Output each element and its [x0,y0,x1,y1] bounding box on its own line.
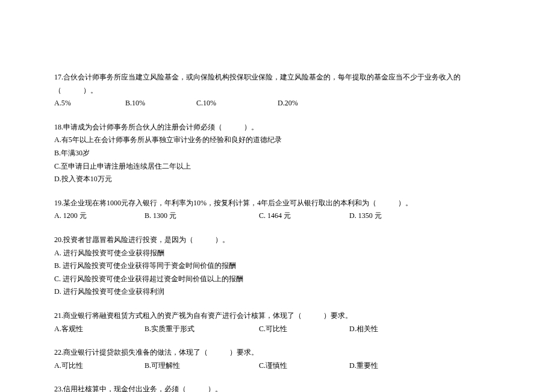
question-20: 20.投资者甘愿冒着风险进行投资，是因为（ ）。 A. 进行风险投资可使企业获得… [54,234,500,299]
option-21-b: B.实质重于形式 [145,323,259,336]
option-17-a: A.5% [54,97,125,110]
question-19-options: A. 1200 元 B. 1300 元 C. 1464 元 D. 1350 元 [54,210,500,223]
option-21-d: D.相关性 [349,323,378,336]
option-19-c: C. 1464 元 [259,210,349,223]
option-20-a: A. 进行风险投资可使企业获得报酬 [54,247,500,260]
option-18-a: A.有5年以上在会计师事务所从事独立审计业务的经验和良好的道德纪录 [54,134,500,147]
option-22-c: C.谨慎性 [259,359,349,373]
question-18-text: 18.申请成为会计师事务所合伙人的注册会计师必须（ ）。 [54,121,500,134]
question-21: 21.商业银行将融资租赁方式租入的资产视为自有资产进行会计核算，体现了（ ）要求… [54,310,500,335]
question-19-text: 19.某企业现在将1000元存入银行，年利率为10%，按复利计算，4年后企业可从… [54,197,500,210]
option-17-b: B.10% [125,97,196,110]
option-22-d: D.重要性 [349,359,378,373]
question-22-options: A.可比性 B.可理解性 C.谨慎性 D.重要性 [54,359,500,373]
question-20-text: 20.投资者甘愿冒着风险进行投资，是因为（ ）。 [54,234,500,247]
option-18-c: C.至申请日止申请注册地连续居住二年以上 [54,160,500,173]
option-19-a: A. 1200 元 [54,210,145,223]
option-20-d: D. 进行风险投资可使企业获得利润 [54,285,500,299]
option-21-a: A.客观性 [54,323,145,336]
option-17-d: D.20% [278,97,298,110]
option-22-a: A.可比性 [54,359,145,373]
question-23: 23.信用社核算中，现金付出业务，必须（ ）。 [54,383,500,392]
option-22-b: B.可理解性 [145,359,259,373]
question-18: 18.申请成为会计师事务所合伙人的注册会计师必须（ ）。 A.有5年以上在会计师… [54,121,500,186]
option-18-b: B.年满30岁 [54,147,500,160]
question-23-text: 23.信用社核算中，现金付出业务，必须（ ）。 [54,383,500,392]
option-20-c: C. 进行风险投资可使企业获得超过资金时间价值以上的报酬 [54,273,500,286]
question-17-text: 17.合伙会计师事务所应当建立风险基金，或向保险机构投保职业保险，建立风险基金的… [54,71,500,97]
option-19-b: B. 1300 元 [145,210,259,223]
option-17-c: C.10% [196,97,278,110]
option-20-b: B. 进行风险投资可使企业获得等同于资金时间价值的报酬 [54,260,500,273]
question-22-text: 22.商业银行计提贷款损失准备的做法，体现了（ ）要求。 [54,346,500,359]
question-22: 22.商业银行计提贷款损失准备的做法，体现了（ ）要求。 A.可比性 B.可理解… [54,346,500,372]
question-17-options: A.5% B.10% C.10% D.20% [54,97,500,110]
option-21-c: C.可比性 [259,323,349,336]
question-21-options: A.客观性 B.实质重于形式 C.可比性 D.相关性 [54,323,500,336]
option-18-d: D.投入资本10万元 [54,173,500,186]
option-19-d: D. 1350 元 [349,210,382,223]
question-17: 17.合伙会计师事务所应当建立风险基金，或向保险机构投保职业保险，建立风险基金的… [54,71,500,110]
question-21-text: 21.商业银行将融资租赁方式租入的资产视为自有资产进行会计核算，体现了（ ）要求… [54,310,500,323]
question-19: 19.某企业现在将1000元存入银行，年利率为10%，按复利计算，4年后企业可从… [54,197,500,223]
